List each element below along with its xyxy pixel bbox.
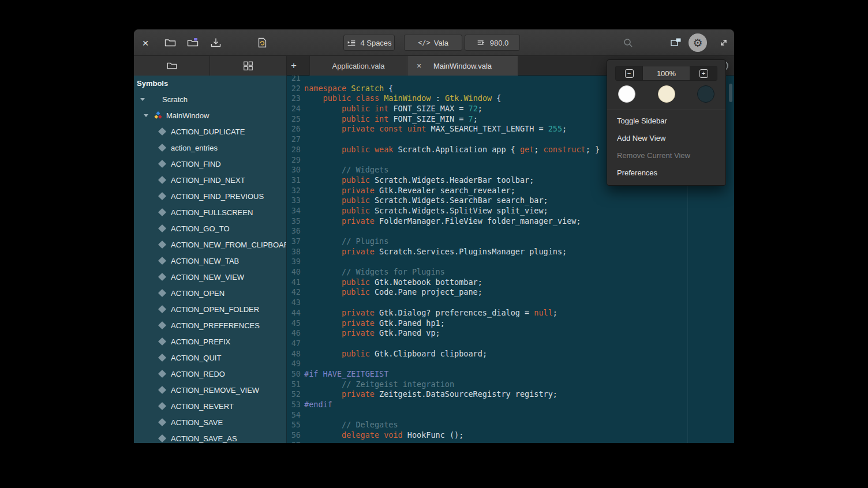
code-line[interactable]: 57 [287, 441, 734, 443]
menu-item-preferences[interactable]: Preferences [607, 164, 725, 182]
code-line[interactable]: 55 // Delegates [287, 420, 734, 430]
line-content: public int FONT_SIZE_MIN = 7; [304, 114, 478, 125]
theme-sepia-button[interactable] [658, 85, 675, 103]
line-number: 32 [287, 186, 301, 196]
code-line[interactable]: 52 private Zeitgeist.DataSourceRegistry … [287, 389, 734, 400]
zoom-in-button[interactable]: + [690, 66, 717, 80]
line-content: // Widgets for Plugins [304, 267, 445, 277]
symbol-row-action_save_as[interactable]: ACTION_SAVE_AS [134, 430, 286, 443]
symbol-row-action_find_next[interactable]: ACTION_FIND_NEXT [134, 172, 286, 188]
save-as-button[interactable] [208, 35, 223, 50]
code-line[interactable]: 37 // Plugins [287, 237, 734, 247]
menu-item-add-new-view[interactable]: Add New View [607, 130, 725, 147]
popup-separator [607, 110, 725, 110]
symbol-diamond-icon [158, 144, 166, 152]
symbol-row-action_fullscreen[interactable]: ACTION_FULLSCREEN [134, 204, 286, 220]
sidebar-folders-toggle[interactable] [134, 56, 210, 76]
sidebar-outline-toggle[interactable] [210, 56, 287, 76]
goto-line-icon [476, 38, 487, 47]
symbol-row-action_find_previous[interactable]: ACTION_FIND_PREVIOUS [134, 188, 286, 204]
settings-popup: − 100% + Toggle SidebarAdd New ViewRemov… [607, 59, 726, 186]
code-line[interactable]: 56 delegate void HookFunc (); [287, 430, 734, 441]
new-window-button[interactable] [668, 35, 683, 50]
line-number: 35 [287, 216, 301, 227]
theme-dark-button[interactable] [697, 85, 714, 103]
symbol-row-action_new_from_clipboard[interactable]: ACTION_NEW_FROM_CLIPBOARD [134, 237, 286, 253]
line-content: public Gtk.Notebook bottombar; [304, 277, 482, 288]
code-line[interactable]: 40 // Widgets for Plugins [287, 267, 734, 277]
symbol-row-action_open_folder[interactable]: ACTION_OPEN_FOLDER [134, 301, 286, 317]
folder-badge-icon [186, 36, 199, 49]
settings-button[interactable]: ⚙ [689, 33, 707, 52]
code-line[interactable]: 35 private FolderManager.FileView folder… [287, 216, 734, 227]
open-project-button[interactable] [185, 35, 200, 50]
theme-light-button[interactable] [618, 85, 635, 103]
symbol-row-action_new_tab[interactable]: ACTION_NEW_TAB [134, 253, 286, 269]
code-line[interactable]: 34 public Scratch.Widgets.SplitView spli… [287, 206, 734, 216]
indent-width-label: 4 Spaces [360, 39, 391, 47]
symbol-row-action_save[interactable]: ACTION_SAVE [134, 414, 286, 430]
symbol-row-action_redo[interactable]: ACTION_REDO [134, 366, 286, 382]
code-line[interactable]: 51 // Zeitgeist integration [287, 380, 734, 390]
symbol-label: ACTION_FIND [171, 160, 221, 168]
line-number: 27 [287, 134, 301, 145]
code-line[interactable]: 54 [287, 410, 734, 421]
line-number: 25 [287, 114, 301, 125]
code-line[interactable]: 38 private Scratch.Services.PluginsManag… [287, 247, 734, 257]
line-content: private Zeitgeist.DataSourceRegistry reg… [304, 389, 558, 400]
revert-button[interactable] [255, 35, 270, 50]
goto-line-button[interactable]: 980.0 [465, 35, 520, 51]
code-line[interactable]: 42 public Code.Pane project_pane; [287, 287, 734, 298]
symbol-row-action_preferences[interactable]: ACTION_PREFERENCES [134, 317, 286, 333]
symbol-row-action_go_to[interactable]: ACTION_GO_TO [134, 220, 286, 237]
code-line[interactable]: 47 [287, 339, 734, 349]
menu-item-toggle-sidebar[interactable]: Toggle Sidebar [607, 112, 725, 130]
language-button[interactable]: </> Vala [404, 35, 462, 51]
tab-mainwindow-vala[interactable]: × MainWindow.vala [407, 56, 518, 76]
symbol-diamond-icon [158, 386, 166, 394]
symbols-sidebar: Symbols ScratchMainWindowACTION_DUPLICAT… [134, 76, 287, 443]
fullscreen-button[interactable] [716, 35, 731, 50]
symbol-row-mainwindow[interactable]: MainWindow [134, 107, 286, 123]
code-line[interactable]: 46 private Gtk.Paned vp; [287, 328, 734, 339]
code-line[interactable]: 49 [287, 359, 734, 369]
code-line[interactable]: 45 private Gtk.Paned hp1; [287, 318, 734, 329]
code-line[interactable]: 41 public Gtk.Notebook bottombar; [287, 277, 734, 288]
chevron-down-icon [144, 114, 148, 117]
symbol-row-action_prefix[interactable]: ACTION_PREFIX [134, 333, 286, 350]
symbol-label: ACTION_NEW_TAB [171, 257, 239, 265]
line-number: 23 [287, 93, 301, 104]
code-line[interactable]: 50#if HAVE_ZEITGEIST [287, 369, 734, 380]
code-line[interactable]: 53#endif [287, 400, 734, 410]
symbol-row-action_duplicate[interactable]: ACTION_DUPLICATE [134, 123, 286, 140]
chevron-down-icon [140, 98, 145, 101]
tab-close-button[interactable]: × [413, 60, 425, 72]
symbol-row-action_find[interactable]: ACTION_FIND [134, 156, 286, 172]
symbol-row-action_open[interactable]: ACTION_OPEN [134, 285, 286, 301]
zoom-out-button[interactable]: − [616, 66, 642, 80]
code-line[interactable]: 48 public Gtk.Clipboard clipboard; [287, 349, 734, 359]
new-tab-button[interactable]: + [285, 56, 302, 76]
code-line[interactable]: 32 private Gtk.Revealer search_revealer; [287, 186, 734, 196]
code-line[interactable]: 43 [287, 298, 734, 308]
symbol-row-scratch[interactable]: Scratch [134, 91, 286, 107]
code-line[interactable]: 39 [287, 257, 734, 267]
tab-application-vala[interactable]: Application.vala [309, 56, 407, 76]
open-file-button[interactable] [163, 35, 178, 50]
symbol-row-action_remove_view[interactable]: ACTION_REMOVE_VIEW [134, 382, 286, 398]
indent-width-button[interactable]: 4 Spaces [343, 35, 395, 51]
editor-scrollbar-thumb[interactable] [729, 84, 732, 102]
search-button[interactable] [620, 35, 635, 50]
code-line[interactable]: 33 public Scratch.Widgets.SearchBar sear… [287, 196, 734, 206]
code-line[interactable]: 44 private Gtk.Dialog? preferences_dialo… [287, 308, 734, 318]
line-content: // Zeitgeist integration [304, 380, 454, 390]
symbol-row-action_quit[interactable]: ACTION_QUIT [134, 350, 286, 366]
symbol-row-action_entries[interactable]: action_entries [134, 140, 286, 156]
symbol-label: ACTION_PREFERENCES [171, 321, 260, 330]
line-content: private Gtk.Dialog? preferences_dialog =… [304, 308, 558, 318]
code-line[interactable]: 36 [287, 226, 734, 237]
window-close-button[interactable]: × [138, 35, 153, 50]
symbol-row-action_new_view[interactable]: ACTION_NEW_VIEW [134, 269, 286, 285]
symbol-diamond-icon [158, 354, 166, 362]
symbol-row-action_revert[interactable]: ACTION_REVERT [134, 398, 286, 414]
